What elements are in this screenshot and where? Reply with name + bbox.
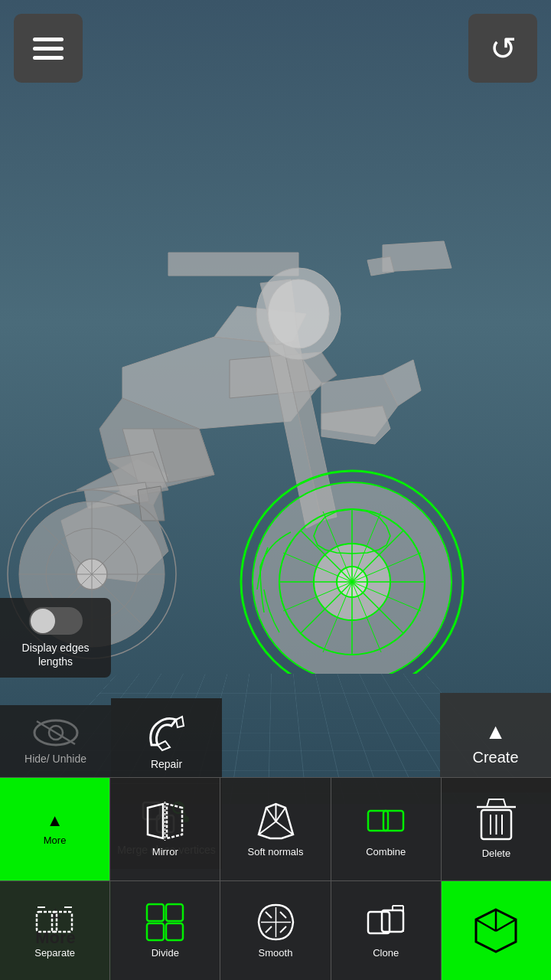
3d-viewport[interactable] <box>0 0 551 804</box>
mirror-label: Mirror <box>152 846 178 859</box>
svg-marker-11 <box>168 253 298 276</box>
svg-rect-77 <box>166 904 183 921</box>
more-tool-label: More <box>44 835 67 848</box>
svg-rect-73 <box>52 912 72 932</box>
svg-rect-79 <box>166 923 183 940</box>
create-chevron-icon: ▲ <box>485 720 507 744</box>
more-tool-chevron: ▲ <box>47 811 64 831</box>
add-object-button[interactable] <box>442 880 551 980</box>
repair-button[interactable]: Repair <box>111 698 222 784</box>
divide-button[interactable]: Divide <box>110 880 220 980</box>
clone-button[interactable]: Clone <box>331 880 442 980</box>
divide-icon <box>144 901 186 943</box>
combine-button[interactable]: Combine <box>331 777 442 880</box>
svg-rect-64 <box>368 811 388 831</box>
hamburger-icon <box>33 38 64 60</box>
toolbar-row-2: Separate Divide Smooth Clone <box>0 880 551 980</box>
svg-rect-83 <box>382 910 403 932</box>
svg-line-91 <box>496 920 516 931</box>
soft-normals-icon <box>255 800 297 842</box>
svg-line-61 <box>276 808 285 822</box>
svg-marker-68 <box>487 799 506 807</box>
hide-unhide-label: Hide/ Unhide <box>24 753 86 765</box>
undo-button[interactable]: ↺ <box>468 14 537 83</box>
svg-rect-82 <box>368 912 390 933</box>
svg-rect-72 <box>37 912 57 932</box>
smooth-icon <box>255 901 297 943</box>
toggle-knob <box>31 609 55 633</box>
display-edges-panel: Display edges lengths <box>0 598 111 678</box>
svg-point-14 <box>268 279 329 348</box>
add-cube-icon <box>471 906 521 956</box>
menu-button[interactable] <box>14 14 83 83</box>
soft-normals-label: Soft normals <box>248 846 304 859</box>
soft-normals-button[interactable]: Soft normals <box>220 777 331 880</box>
create-label: Create <box>472 749 518 766</box>
separate-icon <box>34 901 76 943</box>
more-tool-button[interactable]: ▲ More <box>0 777 110 880</box>
separate-label: Separate <box>34 947 75 960</box>
combine-icon <box>365 800 407 842</box>
repair-icon <box>144 710 190 753</box>
svg-marker-55 <box>148 804 163 838</box>
motorcycle-model <box>0 77 551 674</box>
display-edges-label: Display edges lengths <box>6 641 105 668</box>
eye-icon <box>33 717 79 748</box>
combine-label: Combine <box>366 846 406 859</box>
clone-label: Clone <box>373 947 399 960</box>
svg-marker-56 <box>167 804 182 838</box>
separate-button[interactable]: Separate <box>0 880 110 980</box>
svg-line-60 <box>266 808 276 822</box>
svg-marker-15 <box>367 256 394 276</box>
svg-rect-65 <box>383 811 403 831</box>
delete-icon <box>475 798 517 844</box>
clone-icon <box>365 901 407 943</box>
hide-unhide-panel[interactable]: Hide/ Unhide <box>0 705 111 777</box>
mirror-button[interactable]: Mirror <box>110 777 220 880</box>
smooth-label: Smooth <box>259 947 293 960</box>
svg-rect-78 <box>147 923 164 940</box>
divide-label: Divide <box>152 947 179 960</box>
svg-line-46 <box>37 721 75 744</box>
toolbar-row-1: ▲ More Mirror Soft normals Combine <box>0 777 551 880</box>
mirror-icon <box>144 800 186 842</box>
svg-line-90 <box>476 920 496 931</box>
smooth-button[interactable]: Smooth <box>220 880 331 980</box>
svg-marker-21 <box>138 486 165 521</box>
display-edges-toggle[interactable] <box>29 607 83 635</box>
delete-button[interactable]: Delete <box>442 777 551 880</box>
delete-label: Delete <box>482 848 511 861</box>
repair-label: Repair <box>151 757 182 771</box>
svg-rect-76 <box>147 904 164 921</box>
undo-icon: ↺ <box>490 30 517 67</box>
